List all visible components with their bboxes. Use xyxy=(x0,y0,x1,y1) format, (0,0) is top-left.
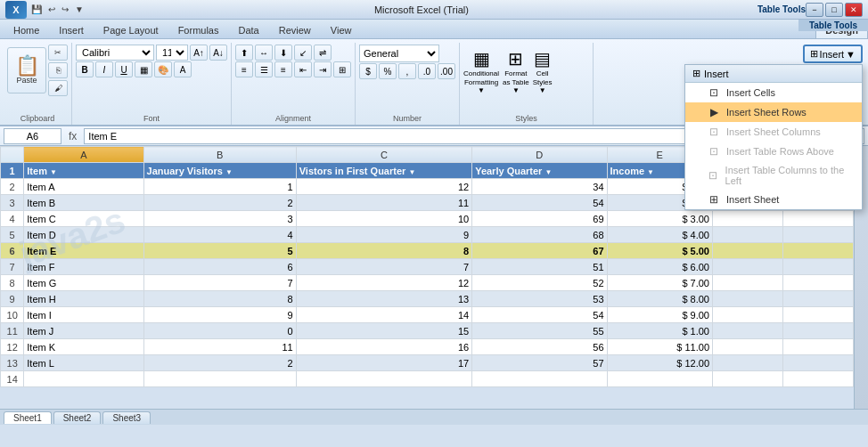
table-cell[interactable] xyxy=(782,211,853,227)
row-number[interactable]: 12 xyxy=(1,339,24,355)
table-cell[interactable]: $ 12.00 xyxy=(607,355,712,371)
table-cell[interactable]: Yearly Quarter ▼ xyxy=(472,163,607,179)
table-cell[interactable] xyxy=(782,323,853,339)
redo-qat-btn[interactable]: ↪ xyxy=(60,4,70,14)
table-cell[interactable]: 1 xyxy=(143,179,296,195)
insert-button[interactable]: ⊞ Insert ▼ xyxy=(803,45,863,63)
table-row[interactable]: 9Item H81353$ 8.00 xyxy=(1,291,854,307)
number-format-select[interactable]: General xyxy=(359,45,439,62)
table-row[interactable]: 8Item G71252$ 7.00 xyxy=(1,275,854,291)
table-cell[interactable]: $ 6.00 xyxy=(607,259,712,275)
table-cell[interactable] xyxy=(782,243,853,259)
insert-cells-item[interactable]: ⊡ Insert Cells xyxy=(685,83,862,102)
table-cell[interactable]: $ 8.00 xyxy=(607,291,712,307)
col-header-A[interactable]: A xyxy=(24,147,143,163)
align-center-button[interactable]: ☰ xyxy=(255,61,273,77)
tab-view[interactable]: View xyxy=(321,21,362,38)
table-row[interactable]: 14 xyxy=(1,371,854,387)
table-cell[interactable]: 12 xyxy=(296,179,471,195)
row-number[interactable]: 1 xyxy=(1,163,24,179)
tab-page-layout[interactable]: Page Layout xyxy=(94,21,168,38)
table-cell[interactable]: 8 xyxy=(143,291,296,307)
table-cell[interactable]: $ 4.00 xyxy=(607,227,712,243)
row-number[interactable]: 14 xyxy=(1,371,24,387)
table-cell[interactable] xyxy=(607,371,712,387)
table-cell[interactable]: Item E xyxy=(24,243,143,259)
row-number[interactable]: 8 xyxy=(1,275,24,291)
align-left-button[interactable]: ≡ xyxy=(235,61,253,77)
sheet1-tab[interactable]: Sheet1 xyxy=(4,411,52,424)
row-number[interactable]: 10 xyxy=(1,307,24,323)
table-cell[interactable] xyxy=(24,371,143,387)
format-painter-button[interactable]: 🖌 xyxy=(48,80,68,96)
increase-font-size-button[interactable]: A↑ xyxy=(190,45,208,61)
align-top-button[interactable]: ⬆ xyxy=(235,45,253,61)
wrap-text-button[interactable]: ⇌ xyxy=(314,45,332,61)
table-cell[interactable] xyxy=(713,243,783,259)
table-cell[interactable] xyxy=(713,371,783,387)
row-number[interactable]: 2 xyxy=(1,179,24,195)
table-cell[interactable]: 7 xyxy=(143,275,296,291)
tab-formulas[interactable]: Formulas xyxy=(168,21,229,38)
table-cell[interactable]: 3 xyxy=(143,211,296,227)
table-row[interactable]: 7Item F6751$ 6.00 xyxy=(1,259,854,275)
table-cell[interactable] xyxy=(782,355,853,371)
row-number[interactable]: 5 xyxy=(1,227,24,243)
table-cell[interactable]: 17 xyxy=(296,355,471,371)
decrease-font-size-button[interactable]: A↓ xyxy=(209,45,227,61)
table-row[interactable]: 11Item J01555$ 1.00 xyxy=(1,323,854,339)
table-cell[interactable] xyxy=(782,371,853,387)
table-cell[interactable] xyxy=(782,339,853,355)
cut-button[interactable]: ✂ xyxy=(48,45,68,61)
table-cell[interactable]: 56 xyxy=(472,339,607,355)
text-direction-button[interactable]: ↙ xyxy=(294,45,312,61)
table-cell[interactable]: 9 xyxy=(296,227,471,243)
table-cell[interactable]: $ 1.00 xyxy=(607,323,712,339)
align-bottom-button[interactable]: ⬇ xyxy=(274,45,292,61)
minimize-button[interactable]: − xyxy=(806,3,823,17)
align-right-button[interactable]: ≡ xyxy=(274,61,292,77)
table-cell[interactable] xyxy=(713,323,783,339)
table-cell[interactable]: Item B xyxy=(24,195,143,211)
table-cell[interactable]: 14 xyxy=(296,307,471,323)
table-cell[interactable] xyxy=(713,259,783,275)
table-cell[interactable] xyxy=(296,371,471,387)
table-cell[interactable]: $ 3.00 xyxy=(607,211,712,227)
table-cell[interactable]: 5 xyxy=(143,243,296,259)
table-row[interactable]: 10Item I91454$ 9.00 xyxy=(1,307,854,323)
table-cell[interactable] xyxy=(713,227,783,243)
table-cell[interactable]: Item L xyxy=(24,355,143,371)
table-cell[interactable]: $ 5.00 xyxy=(607,243,712,259)
qat-dropdown-btn[interactable]: ▼ xyxy=(73,4,86,14)
table-row[interactable]: 4Item C31069$ 3.00 xyxy=(1,211,854,227)
bold-button[interactable]: B xyxy=(76,61,94,77)
increase-decimal-button[interactable]: .00 xyxy=(438,63,455,79)
table-cell[interactable]: 68 xyxy=(472,227,607,243)
insert-table-cols-item[interactable]: ⊡ Insert Table Columns to the Left xyxy=(685,161,862,190)
decrease-decimal-button[interactable]: .0 xyxy=(418,63,436,79)
table-cell[interactable]: 7 xyxy=(296,259,471,275)
table-cell[interactable]: 53 xyxy=(472,291,607,307)
insert-sheet-columns-item[interactable]: ⊡ Insert Sheet Columns xyxy=(685,122,862,142)
font-size-select[interactable]: 11 xyxy=(156,45,188,61)
table-cell[interactable]: 69 xyxy=(472,211,607,227)
row-number[interactable]: 9 xyxy=(1,291,24,307)
row-number[interactable]: 7 xyxy=(1,259,24,275)
table-cell[interactable] xyxy=(713,307,783,323)
table-cell[interactable]: 0 xyxy=(143,323,296,339)
table-cell[interactable]: 11 xyxy=(296,195,471,211)
maximize-button[interactable]: □ xyxy=(825,3,843,17)
table-cell[interactable] xyxy=(143,371,296,387)
table-cell[interactable]: Item I xyxy=(24,307,143,323)
table-cell[interactable]: 55 xyxy=(472,323,607,339)
table-row[interactable]: 5Item D4968$ 4.00 xyxy=(1,227,854,243)
table-cell[interactable]: Item D xyxy=(24,227,143,243)
table-cell[interactable]: Item G xyxy=(24,275,143,291)
insert-sheet-item[interactable]: ⊞ Insert Sheet xyxy=(685,190,862,209)
table-cell[interactable]: 57 xyxy=(472,355,607,371)
table-cell[interactable]: Item F xyxy=(24,259,143,275)
excel-logo[interactable]: X xyxy=(5,1,27,19)
table-cell[interactable] xyxy=(713,339,783,355)
table-cell[interactable]: 13 xyxy=(296,291,471,307)
row-number[interactable]: 4 xyxy=(1,211,24,227)
